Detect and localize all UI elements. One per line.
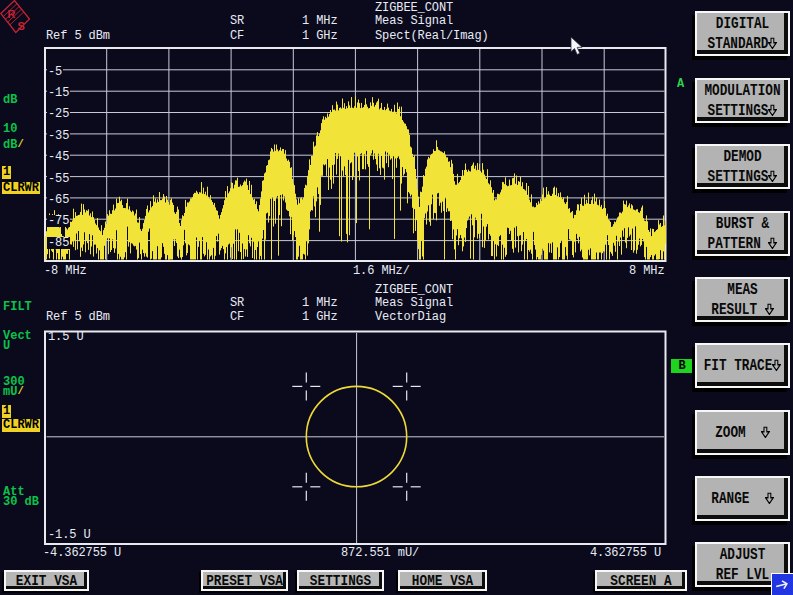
svg-text:S: S <box>18 20 25 32</box>
svg-text:R: R <box>8 8 16 20</box>
